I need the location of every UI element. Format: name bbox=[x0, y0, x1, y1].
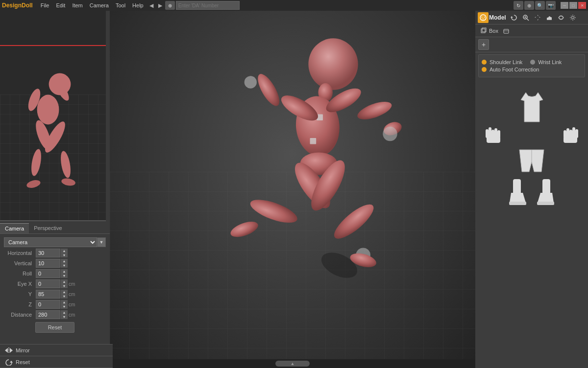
menu-camera[interactable]: Camera bbox=[87, 1, 112, 9]
box-sub-icon[interactable] bbox=[501, 25, 512, 36]
wrist-link-label: Wrist Link bbox=[538, 59, 562, 65]
right-hand-icon bbox=[560, 122, 580, 147]
left-boot-icon bbox=[507, 178, 527, 205]
right-boot-icon bbox=[537, 178, 556, 205]
body-part-torso[interactable] bbox=[518, 90, 545, 124]
roll-down[interactable]: ▼ bbox=[61, 274, 68, 278]
vertical-label: Vertical bbox=[4, 260, 36, 266]
vertical-input[interactable] bbox=[36, 259, 60, 268]
horizontal-input[interactable] bbox=[36, 249, 60, 257]
camera-reset-button[interactable]: Reset bbox=[35, 322, 74, 333]
settings-icon[interactable] bbox=[567, 12, 578, 23]
svg-rect-73 bbox=[542, 179, 550, 195]
camera-select-arrow[interactable]: ▼ bbox=[97, 237, 106, 247]
svg-point-20 bbox=[254, 71, 284, 109]
z-up[interactable]: ▲ bbox=[61, 300, 68, 304]
z-down[interactable]: ▼ bbox=[61, 304, 68, 309]
minimize-button[interactable]: ─ bbox=[561, 2, 568, 9]
model-label: Model bbox=[489, 14, 506, 21]
z-arrows: ▲ ▼ bbox=[61, 300, 68, 309]
z-input[interactable] bbox=[36, 300, 60, 309]
y-label: Y bbox=[4, 291, 36, 297]
zoom-in-icon[interactable] bbox=[520, 12, 531, 23]
body-part-right-hand[interactable] bbox=[560, 122, 580, 147]
vertical-up[interactable]: ▲ bbox=[61, 259, 68, 263]
eyex-up[interactable]: ▲ bbox=[61, 279, 68, 284]
y-input[interactable] bbox=[36, 290, 60, 299]
mirror-button[interactable]: Mirror bbox=[0, 345, 113, 356]
menu-edit[interactable]: Edit bbox=[53, 1, 68, 9]
body-part-left-hand[interactable] bbox=[484, 122, 504, 147]
camera-select[interactable]: Camera bbox=[4, 237, 97, 247]
svg-rect-54 bbox=[481, 29, 485, 33]
eyex-input[interactable] bbox=[36, 279, 60, 288]
nav-back-button[interactable]: ◀ bbox=[147, 1, 155, 10]
body-part-shorts[interactable] bbox=[517, 147, 546, 174]
svg-rect-47 bbox=[549, 16, 550, 20]
eyex-down[interactable]: ▼ bbox=[61, 284, 68, 288]
main-doll-figure bbox=[182, 25, 427, 309]
svg-point-53 bbox=[571, 16, 574, 19]
svg-marker-43 bbox=[538, 18, 539, 21]
maximize-button[interactable]: □ bbox=[569, 2, 577, 9]
tab-camera[interactable]: Camera bbox=[0, 223, 29, 233]
reset-pose-button[interactable]: Reset bbox=[0, 356, 113, 368]
svg-point-21 bbox=[245, 76, 257, 88]
right-toolbar-1: Model bbox=[475, 11, 588, 24]
horizontal-down[interactable]: ▼ bbox=[61, 253, 68, 257]
body-part-left-boot[interactable] bbox=[507, 178, 527, 205]
svg-marker-42 bbox=[538, 15, 539, 17]
roll-up[interactable]: ▲ bbox=[61, 269, 68, 274]
search-icon[interactable]: 🔍 bbox=[535, 1, 545, 10]
add-button[interactable]: + bbox=[478, 39, 489, 50]
y-up[interactable]: ▲ bbox=[61, 290, 68, 294]
menubar: DesignDoll File Edit Item Camera Tool He… bbox=[0, 0, 588, 11]
distance-row: Distance ▲ ▼ cm bbox=[4, 310, 106, 319]
thumbnail-figure bbox=[5, 40, 83, 207]
menu-item[interactable]: Item bbox=[69, 1, 85, 9]
move-icon[interactable] bbox=[532, 12, 543, 23]
tab-perspective[interactable]: Perspective bbox=[29, 223, 67, 233]
app-logo: DesignDoll bbox=[2, 2, 33, 9]
screenshot-icon[interactable]: 📷 bbox=[546, 1, 556, 10]
distance-up[interactable]: ▲ bbox=[61, 310, 68, 315]
rotate-icon[interactable] bbox=[509, 12, 519, 23]
menu-help[interactable]: Help bbox=[129, 1, 147, 9]
horizontal-up[interactable]: ▲ bbox=[61, 249, 68, 253]
model-face-icon[interactable] bbox=[478, 12, 489, 23]
vertical-down[interactable]: ▼ bbox=[61, 263, 68, 268]
close-button[interactable]: ✕ bbox=[578, 2, 586, 9]
nav-fwd-button[interactable]: ▶ bbox=[156, 1, 164, 10]
options-area: Shoulder Link Wrist Link Auto Foot Corre… bbox=[478, 54, 585, 77]
shoulder-link-dot[interactable] bbox=[482, 60, 487, 65]
roll-label: Roll bbox=[4, 271, 36, 276]
3d-viewport[interactable]: ▲ bbox=[110, 11, 475, 368]
svg-rect-46 bbox=[548, 17, 549, 20]
horizontal-row: Horizontal ▲ ▼ bbox=[4, 249, 106, 257]
svg-marker-76 bbox=[10, 361, 13, 363]
menu-tool[interactable]: Tool bbox=[113, 1, 128, 9]
shoulder-link-row: Shoulder Link Wrist Link bbox=[482, 59, 582, 65]
y-down[interactable]: ▼ bbox=[61, 294, 68, 299]
distance-input[interactable] bbox=[36, 310, 60, 319]
svg-point-29 bbox=[229, 219, 260, 240]
da-number-input[interactable] bbox=[176, 1, 240, 10]
roll-input[interactable] bbox=[36, 269, 60, 278]
box-icon[interactable] bbox=[478, 25, 489, 36]
thumbnail-viewport[interactable] bbox=[0, 11, 106, 221]
menu-file[interactable]: File bbox=[38, 1, 52, 9]
svg-point-35 bbox=[482, 17, 483, 18]
mirror-label: Mirror bbox=[16, 347, 30, 353]
z-label: Z bbox=[4, 301, 36, 307]
hand-icon[interactable] bbox=[544, 12, 555, 23]
body-row-shorts bbox=[517, 147, 546, 174]
orbit-icon[interactable] bbox=[556, 12, 566, 23]
refresh-icon[interactable]: ↻ bbox=[514, 1, 523, 10]
svg-point-36 bbox=[484, 17, 485, 18]
wrist-link-dot[interactable] bbox=[530, 60, 535, 65]
zoom-icon[interactable]: ⊕ bbox=[524, 1, 534, 10]
body-part-right-boot[interactable] bbox=[537, 178, 556, 205]
auto-foot-dot[interactable] bbox=[482, 67, 487, 72]
svg-line-39 bbox=[527, 19, 529, 21]
distance-down[interactable]: ▼ bbox=[61, 315, 68, 319]
